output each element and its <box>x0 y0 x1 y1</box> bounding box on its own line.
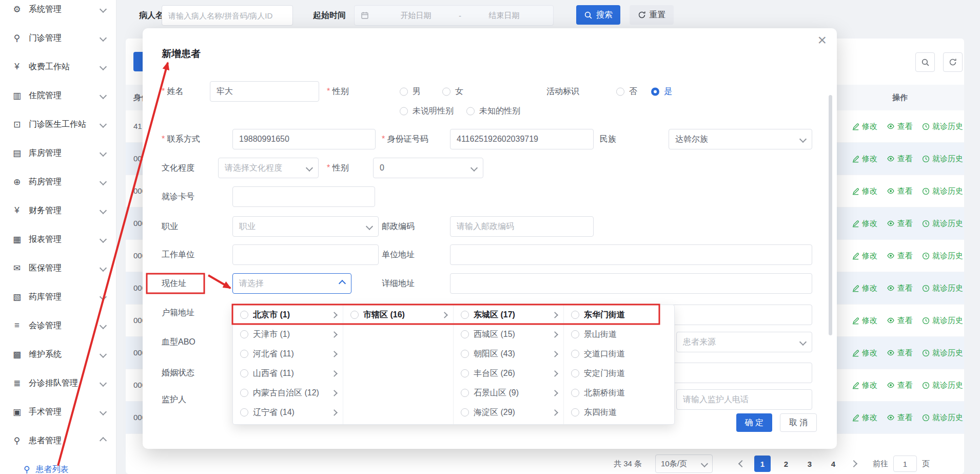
table-refresh-button[interactable] <box>943 52 963 72</box>
edit-link[interactable]: 修改 <box>852 316 877 326</box>
confirm-button[interactable]: 确 定 <box>736 413 772 432</box>
ethnicity-select[interactable]: 达斡尔族 <box>669 129 812 149</box>
view-link[interactable]: 查看 <box>887 316 913 326</box>
sidebar-item-药房管理[interactable]: ⊕药房管理 <box>0 167 116 196</box>
radio-gender-unknown[interactable]: 未知的性别 <box>466 106 520 117</box>
cascader-option-内蒙古自治区 (12)[interactable]: 内蒙古自治区 (12) <box>233 383 343 403</box>
patient-name-input[interactable] <box>162 5 293 26</box>
view-link[interactable]: 查看 <box>887 122 913 131</box>
cascader-option-石景山区 (9)[interactable]: 石景山区 (9) <box>454 383 563 403</box>
reset-button[interactable]: 重置 <box>630 5 674 25</box>
cascader-option-交道口街道[interactable]: 交道口街道 <box>564 344 674 364</box>
occupation-select[interactable]: 职业 <box>232 216 379 237</box>
edit-link[interactable]: 修改 <box>852 122 877 131</box>
sidebar-item-报表管理[interactable]: ▦报表管理 <box>0 225 116 254</box>
edit-link[interactable]: 修改 <box>852 186 877 196</box>
work-unit-input[interactable] <box>232 244 379 265</box>
next-page-button[interactable] <box>851 461 856 466</box>
card-no-input[interactable] <box>232 186 375 207</box>
view-link[interactable]: 查看 <box>887 219 913 229</box>
postal-code-input[interactable] <box>450 216 594 237</box>
view-link[interactable]: 查看 <box>887 154 913 164</box>
view-link[interactable]: 查看 <box>887 413 913 423</box>
cascader-option-河北省 (11)[interactable]: 河北省 (11) <box>233 344 343 364</box>
edit-link[interactable]: 修改 <box>852 348 877 358</box>
cascader-option-海淀区 (29)[interactable]: 海淀区 (29) <box>454 403 563 422</box>
view-link[interactable]: 查看 <box>887 251 913 261</box>
cancel-button[interactable]: 取 消 <box>780 413 817 432</box>
date-range-picker[interactable]: 开始日期 - 结束日期 <box>354 5 554 26</box>
cascader-option-丰台区 (26)[interactable]: 丰台区 (26) <box>454 364 563 383</box>
close-icon[interactable]: × <box>817 32 827 48</box>
edit-link[interactable]: 修改 <box>852 381 877 390</box>
radio-gender-female[interactable]: 女 <box>442 86 463 97</box>
cascader-option-市辖区 (16)[interactable]: 市辖区 (16) <box>343 305 453 325</box>
sidebar-item-门诊医生工作站[interactable]: ⊡门诊医生工作站 <box>0 110 116 139</box>
history-link[interactable]: 就诊历史 <box>922 381 963 390</box>
gender-code-select[interactable]: 0 <box>373 158 483 178</box>
page-button-1[interactable]: 1 <box>754 456 771 472</box>
sidebar-item-住院管理[interactable]: ▥住院管理 <box>0 81 116 110</box>
sidebar-item-收费工作站[interactable]: ¥收费工作站 <box>0 52 116 81</box>
page-button-4[interactable]: 4 <box>825 456 841 472</box>
patient-source-select[interactable]: 患者来源 <box>676 332 812 352</box>
sidebar-item-分诊排队管理[interactable]: ≣分诊排队管理 <box>0 369 116 397</box>
cascader-option-天津市 (1)[interactable]: 天津市 (1) <box>233 325 343 344</box>
contact-input[interactable] <box>232 129 376 149</box>
sidebar-item-维护系统[interactable]: ▩维护系统 <box>0 340 116 369</box>
sidebar-item-门诊管理[interactable]: ⚲门诊管理 <box>0 24 116 52</box>
sidebar-item-手术管理[interactable]: ▣手术管理 <box>0 397 116 426</box>
sidebar-item-药库管理[interactable]: ▧药库管理 <box>0 282 116 311</box>
history-link[interactable]: 就诊历史 <box>922 283 963 293</box>
radio-gender-male[interactable]: 男 <box>400 86 421 97</box>
page-button-2[interactable]: 2 <box>778 456 794 472</box>
sidebar-item-系统管理[interactable]: ⚙系统管理 <box>0 0 116 24</box>
view-link[interactable]: 查看 <box>887 283 913 293</box>
edit-link[interactable]: 修改 <box>852 219 877 229</box>
cascader-option-北京市 (1)[interactable]: 北京市 (1) <box>233 305 343 325</box>
page-button-3[interactable]: 3 <box>801 456 818 472</box>
history-link[interactable]: 就诊历史 <box>922 348 963 358</box>
history-link[interactable]: 就诊历史 <box>922 316 963 326</box>
sidebar-item-财务管理[interactable]: ¥财务管理 <box>0 196 116 225</box>
cascader-option-安定门街道[interactable]: 安定门街道 <box>564 364 674 383</box>
cascader-option-景山街道[interactable]: 景山街道 <box>564 325 674 344</box>
cascader-option-西城区 (15)[interactable]: 西城区 (15) <box>454 325 563 344</box>
history-link[interactable]: 就诊历史 <box>922 219 963 229</box>
goto-page-input[interactable] <box>893 456 917 472</box>
detail-address-input[interactable] <box>450 273 812 294</box>
id-number-input[interactable] <box>450 129 594 149</box>
modal-scrollbar[interactable] <box>829 95 832 335</box>
sidebar-item-库房管理[interactable]: ▤库房管理 <box>0 139 116 167</box>
cascader-option-辽宁省 (14)[interactable]: 辽宁省 (14) <box>233 403 343 422</box>
page-size-select[interactable]: 10条/页 <box>655 454 713 473</box>
sidebar-item-患者列表[interactable]: ⚲患者列表 <box>0 455 116 474</box>
cascader-option-朝阳区 (43)[interactable]: 朝阳区 (43) <box>454 344 563 364</box>
edit-link[interactable]: 修改 <box>852 154 877 164</box>
history-link[interactable]: 就诊历史 <box>922 122 963 131</box>
edit-link[interactable]: 修改 <box>852 413 877 423</box>
search-button[interactable]: 搜索 <box>576 5 620 25</box>
view-link[interactable]: 查看 <box>887 186 913 196</box>
prev-page-button[interactable] <box>739 461 744 466</box>
edit-link[interactable]: 修改 <box>852 283 877 293</box>
radio-gender-unstated[interactable]: 未说明性别 <box>400 106 454 117</box>
edit-link[interactable]: 修改 <box>852 251 877 261</box>
history-link[interactable]: 就诊历史 <box>922 413 963 423</box>
cascader-option-东四街道[interactable]: 东四街道 <box>564 403 674 422</box>
history-link[interactable]: 就诊历史 <box>922 251 963 261</box>
cascader-option-北新桥街道[interactable]: 北新桥街道 <box>564 383 674 403</box>
cascader-option-东华门街道[interactable]: 东华门街道 <box>564 305 674 325</box>
sidebar-item-会诊管理[interactable]: ≡会诊管理 <box>0 311 116 340</box>
history-link[interactable]: 就诊历史 <box>922 154 963 164</box>
unit-address-input[interactable] <box>450 244 812 265</box>
education-select[interactable]: 请选择文化程度 <box>218 158 319 178</box>
radio-active-no[interactable]: 否 <box>616 86 637 97</box>
radio-active-yes[interactable]: 是 <box>651 86 672 97</box>
guardian-phone-input[interactable] <box>676 389 812 410</box>
history-link[interactable]: 就诊历史 <box>922 186 963 196</box>
view-link[interactable]: 查看 <box>887 381 913 390</box>
name-input[interactable] <box>210 81 319 102</box>
view-link[interactable]: 查看 <box>887 348 913 358</box>
cascader-option-东城区 (17)[interactable]: 东城区 (17) <box>454 305 563 325</box>
